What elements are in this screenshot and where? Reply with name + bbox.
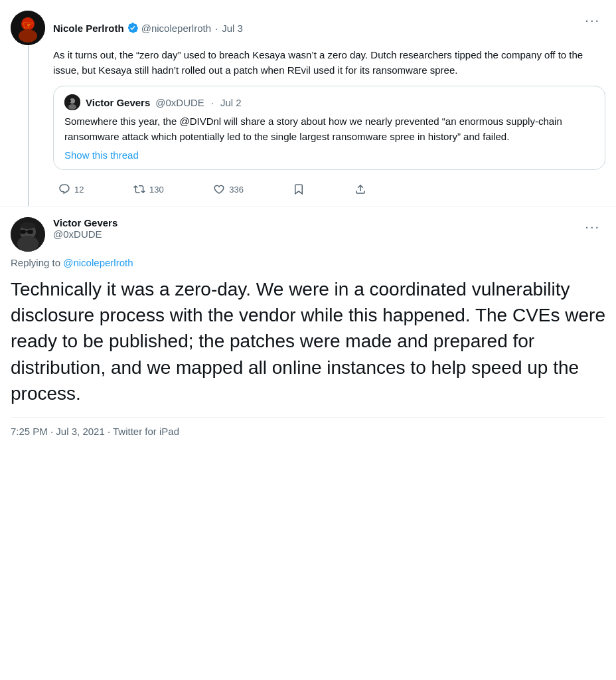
verified-icon [127,22,139,34]
more-options-button-2[interactable]: ··· [579,217,605,236]
like-count: 336 [229,185,244,195]
svg-rect-11 [20,230,26,234]
author-info: Nicole Perlroth @nicoleperlroth · Jul 3 [53,22,243,34]
svg-point-6 [68,104,76,110]
author-name: Victor Gevers [53,217,117,228]
quoted-tweet[interactable]: Victor Gevers @0xDUDE · Jul 2 Somewhere … [53,86,605,170]
more-options-button[interactable]: ··· [579,11,605,29]
svg-rect-12 [27,230,33,234]
tweet-1-body: As it turns out, the “zero day” used to … [53,48,605,206]
tweet-metadata: 7:25 PM · Jul 3, 2021 · Twitter for iPad [11,417,605,445]
bookmark-action[interactable] [287,181,310,198]
reply-icon [58,183,70,195]
author-name: Nicole Perlroth [53,23,124,34]
share-icon [354,183,366,195]
thread-line [28,45,29,206]
svg-point-7 [68,100,71,102]
avatar-image: ☞ [11,11,45,45]
like-icon [213,183,225,195]
author-handle: @nicoleperlroth [141,23,211,34]
main-tweet-text: Technically it was a zero-day. We were i… [11,276,605,406]
author-name-row: Nicole Perlroth @nicoleperlroth · Jul 3 [53,22,243,34]
replying-to-handle[interactable]: @nicoleperlroth [63,257,133,268]
tweet-2-author-block: Victor Gevers @0xDUDE [11,217,117,252]
avatar [11,217,45,252]
retweet-count: 130 [149,185,164,195]
retweet-icon [133,183,145,195]
tweet-date: Jul 3 [222,23,243,34]
share-action[interactable] [349,181,372,198]
victor-avatar-image [11,217,45,252]
tweet-2-header: Victor Gevers @0xDUDE ··· [11,217,605,252]
avatar: ☞ [11,11,45,45]
svg-text:☞: ☞ [23,19,33,32]
replying-to: Replying to @nicoleperlroth [11,257,605,268]
author-handle: @0xDUDE [53,228,117,240]
tweet-1: ☞ Nicole Perlroth @nicoleperlroth · Jul … [0,0,616,207]
quoted-avatar [64,94,80,110]
quoted-avatar-image [64,94,80,110]
bookmark-icon [293,183,305,195]
retweet-action[interactable]: 130 [128,181,169,198]
svg-point-14 [21,222,35,229]
tweet-2: Victor Gevers @0xDUDE ··· Replying to @n… [0,207,616,445]
like-action[interactable]: 336 [208,181,249,198]
quoted-author-row: Victor Gevers @0xDUDE · Jul 2 [64,94,594,110]
quoted-author-handle: @0xDUDE [155,97,204,108]
tweet-timestamp: 7:25 PM · Jul 3, 2021 · Twitter for iPad [11,426,179,437]
reply-action[interactable]: 12 [53,181,89,198]
quoted-author-name: Victor Gevers [86,97,150,108]
svg-point-10 [17,236,38,252]
quoted-tweet-text: Somewhere this year, the @DIVDnl will sh… [64,114,594,144]
tweet-1-author-row: ☞ Nicole Perlroth @nicoleperlroth · Jul … [11,11,243,45]
tweet-actions: 12 130 336 [53,178,372,206]
quoted-tweet-date: Jul 2 [220,97,242,108]
tweet-text: As it turns out, the “zero day” used to … [53,48,605,78]
show-thread-link[interactable]: Show this thread [64,149,139,161]
reply-count: 12 [74,185,84,195]
author-name-handle: Victor Gevers @0xDUDE [53,217,117,240]
tweet-1-header: ☞ Nicole Perlroth @nicoleperlroth · Jul … [11,11,605,45]
